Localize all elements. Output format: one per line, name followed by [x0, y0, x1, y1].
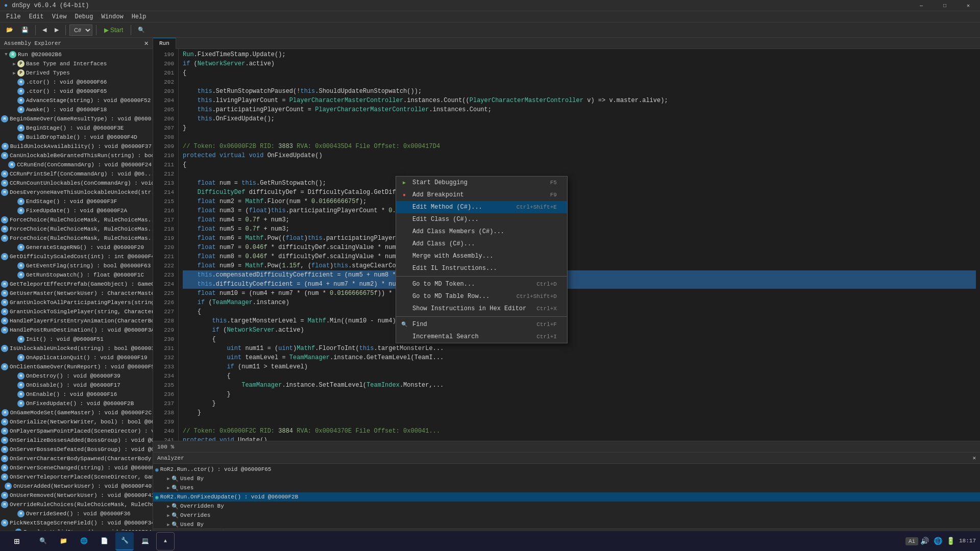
maximize-button[interactable]: □: [933, 0, 957, 11]
taskbar-notes-icon[interactable]: 📄: [95, 532, 113, 550]
tree-method-item[interactable]: MOnClientGameOver(RunReport) : void @060…: [0, 362, 153, 371]
tree-method-item[interactable]: MHandlePlayerFirstEntryAnimation(Charact…: [0, 316, 153, 325]
taskbar-explorer-icon[interactable]: 📁: [54, 532, 72, 550]
tree-method-item[interactable]: MOverrideSeed() : void @06000F36: [0, 509, 153, 518]
tree-method-item[interactable]: M.ctor() : void @06000F66: [0, 78, 153, 87]
menu-view[interactable]: View: [48, 12, 71, 21]
context-menu-item-add-breakpoint[interactable]: ●Add BreakpointF9: [396, 189, 567, 201]
tree-method-item[interactable]: MGenerateStageRNG() : void @06000F20: [0, 243, 153, 252]
start-button[interactable]: ▶ Start: [100, 26, 127, 35]
tree-method-item[interactable]: MOnPlayerSpawnPointPlaced(SceneDirector)…: [0, 427, 153, 436]
tree-method-item[interactable]: MOnUserAdded(NetworkUser) : void @06000F…: [0, 482, 153, 491]
context-menu-item-go-to-md-table-row[interactable]: Go to MD Table Row...Ctrl+Shift+D: [396, 290, 567, 303]
tree-method-item[interactable]: MPickNextStageScreneField() : void @0600…: [0, 518, 153, 528]
context-menu-item-add-class-members-c[interactable]: Add Class Members (C#)...: [396, 226, 567, 238]
tree-method-item[interactable]: MOnServerSceneChanged(string) : void @06…: [0, 463, 153, 472]
taskbar-search-icon[interactable]: 🔍: [34, 532, 52, 550]
context-menu-item-edit-il-instructions[interactable]: Edit IL Instructions...: [396, 262, 567, 274]
code-content[interactable]: Run.FixedTimeStamp.Update();if (NetworkS…: [179, 49, 980, 441]
context-menu-item-find[interactable]: 🔍FindCtrl+F: [396, 318, 567, 331]
menu-edit[interactable]: Edit: [25, 12, 48, 21]
system-clock[interactable]: 18:17: [959, 537, 976, 544]
context-menu-item-show-instructions-in-hex-editor[interactable]: Show Instructions in Hex EditorCtrl+X: [396, 303, 567, 315]
taskbar-dnspy-icon[interactable]: 🔧: [115, 532, 134, 550]
tree-method-item[interactable]: MOnGameModeSet(GameMaster) : void @06000…: [0, 408, 153, 417]
analyzer-content[interactable]: ◉RoR2.Run..ctor() : void @06000F65▶🔍Used…: [153, 464, 980, 529]
assembly-tree[interactable]: ▼RRun @020002B6▶PBase Type and Interface…: [0, 49, 153, 540]
tree-method-item[interactable]: M.ctor() : void @06000F65: [0, 87, 153, 96]
context-menu-item-add-class-c[interactable]: Add Class (C#)...: [396, 238, 567, 250]
taskbar-more-icon[interactable]: ▲: [156, 532, 175, 550]
menu-debug[interactable]: Debug: [70, 12, 97, 21]
tree-method-item[interactable]: MGetUserMaster(NetworkUser) : CharacterM…: [0, 289, 153, 298]
tree-method-item[interactable]: MOnDisable() : void @06000F17: [0, 381, 153, 390]
tree-method-item[interactable]: MBeginGameOver(GameResultType) : void @0…: [0, 114, 153, 123]
tree-method-item[interactable]: MOnSerialize(NetworkWriter, bool) : bool…: [0, 417, 153, 427]
minimize-button[interactable]: —: [910, 0, 933, 11]
analyzer-item[interactable]: ▶🔍Uses: [153, 483, 980, 492]
search-toolbar-button[interactable]: 🔍: [135, 26, 148, 34]
tree-method-item[interactable]: MEndStage() : void @06000F3F: [0, 197, 153, 206]
context-menu-item-edit-class-c[interactable]: Edit Class (C#)...: [396, 213, 567, 226]
tree-method-item[interactable]: MOnServerBossesDefeated(BossGroup) : voi…: [0, 445, 153, 454]
editor-tab-run[interactable]: Run: [153, 38, 176, 49]
context-menu-item-merge-with-assembly[interactable]: Merge with Assembly...: [396, 250, 567, 262]
tree-method-item[interactable]: MOnSerializeBossesAdded(BossGroup) : voi…: [0, 436, 153, 445]
save-button[interactable]: 💾: [18, 26, 32, 34]
analyzer-item[interactable]: ▶🔍Overridden By: [153, 502, 980, 511]
taskbar-vscode-icon[interactable]: 💻: [136, 532, 154, 550]
tree-method-item[interactable]: MCCRunCountUnlockables(ConCommandArg) : …: [0, 179, 153, 188]
analyzer-item[interactable]: ▶🔍Used By: [153, 474, 980, 483]
tree-method-item[interactable]: MFixedUpdate() : void @06000F2A: [0, 206, 153, 215]
context-menu-item-incremental-search[interactable]: Incremental SearchCtrl+I: [396, 331, 567, 343]
start-menu-button[interactable]: ⊞: [4, 532, 30, 550]
nav-back-button[interactable]: ◀: [39, 26, 50, 34]
tree-method-item[interactable]: MOnDestroy() : void @06000F39: [0, 371, 153, 381]
tree-method-item[interactable]: MGetEventFlag(string) : bool @06000F63: [0, 261, 153, 270]
tree-method-item[interactable]: MForceChoice(RuleChoiceMask, RuleChoiceM…: [0, 234, 153, 243]
tree-method-item[interactable]: MCCRunEnd(ConCommandArg) : void @06000F2…: [0, 160, 153, 169]
menu-help[interactable]: Help: [128, 12, 151, 21]
tree-method-item[interactable]: MIsUnlockableUnlocked(string) : bool @06…: [0, 344, 153, 353]
tree-item-run[interactable]: ▼RRun @020002B6: [0, 50, 153, 59]
tree-method-item[interactable]: MCCRunPrintSelf(ConCommandArg) : void @0…: [0, 169, 153, 179]
close-button[interactable]: ✕: [957, 0, 980, 11]
tree-method-item[interactable]: MGrantUnlockToAllParticipatingPlayers(st…: [0, 298, 153, 307]
assembly-explorer-close[interactable]: ✕: [144, 40, 149, 47]
tree-method-item[interactable]: MGrantUnlockToSinglePlayer(string, Chara…: [0, 307, 153, 316]
tree-item-base-type-and-interfaces[interactable]: ▶PBase Type and Interfaces: [0, 59, 153, 68]
analyzer-item[interactable]: ▶🔍Used By: [153, 520, 980, 529]
analyzer-item[interactable]: ◉RoR2.Run.OnFixedUpdate() : void @06000F…: [153, 492, 980, 502]
tree-item-derived-types[interactable]: ▶PDerived Types: [0, 68, 153, 78]
tree-method-item[interactable]: MGetRunStopwatch() : float @06000F1C: [0, 270, 153, 280]
language-select[interactable]: C# IL: [69, 24, 92, 36]
analyzer-close[interactable]: ✕: [972, 455, 976, 461]
open-button[interactable]: 📂: [3, 26, 16, 34]
tree-method-item[interactable]: MCanUnlockableBeGrantedThisRun(string) :…: [0, 151, 153, 160]
tree-method-item[interactable]: MForceChoice(RuleChoiceMask, RuleChoiceM…: [0, 215, 153, 224]
menu-file[interactable]: File: [2, 12, 25, 21]
tree-method-item[interactable]: MAwake() : void @06000F18: [0, 105, 153, 114]
ai-label[interactable]: Ai: [905, 537, 918, 545]
analyzer-item[interactable]: ◉RoR2.Run..ctor() : void @06000F65: [153, 465, 980, 474]
tree-method-item[interactable]: MGetDifficultyScaledCost(int) : int @060…: [0, 252, 153, 261]
tree-method-item[interactable]: MAdvanceStage(string) : void @06000F52: [0, 96, 153, 105]
taskbar-browser-icon[interactable]: 🌐: [75, 532, 93, 550]
tree-method-item[interactable]: MDoesEveryoneHaveThisUnlockableUnlocked(…: [0, 188, 153, 197]
context-menu-item-edit-method-c[interactable]: Edit Method (C#)...Ctrl+Shift+E: [396, 201, 567, 213]
context-menu-item-go-to-md-token[interactable]: Go to MD Token...Ctrl+D: [396, 278, 567, 290]
tree-method-item[interactable]: MOnEnable() : void @06000F16: [0, 390, 153, 399]
nav-forward-button[interactable]: ▶: [52, 26, 62, 34]
tree-method-item[interactable]: MOnUserRemoved(NetworkUser) : void @0600…: [0, 491, 153, 500]
tree-method-item[interactable]: MHandlePostRunDestination() : void @0600…: [0, 325, 153, 335]
tree-method-item[interactable]: MBuildUnlockAvailability() : void @06000…: [0, 142, 153, 151]
tree-method-item[interactable]: MBeginStage() : void @06000F3E: [0, 123, 153, 133]
tree-method-item[interactable]: MOnFixedUpdate() : void @06000F2B: [0, 399, 153, 408]
analyzer-item[interactable]: ▶🔍Overrides: [153, 511, 980, 520]
tree-method-item[interactable]: MGetTeleportEffectPrefab(GameObject) : G…: [0, 280, 153, 289]
menu-window[interactable]: Window: [97, 12, 127, 21]
tree-method-item[interactable]: MForceChoice(RuleChoiceMask, RuleChoiceM…: [0, 224, 153, 234]
tree-method-item[interactable]: MOnApplicationQuit() : void @06000F19: [0, 353, 153, 362]
tree-method-item[interactable]: MOnServerTeleporterPlaced(SceneDirector,…: [0, 472, 153, 482]
tree-method-item[interactable]: MInit() : void @06000F51: [0, 335, 153, 344]
